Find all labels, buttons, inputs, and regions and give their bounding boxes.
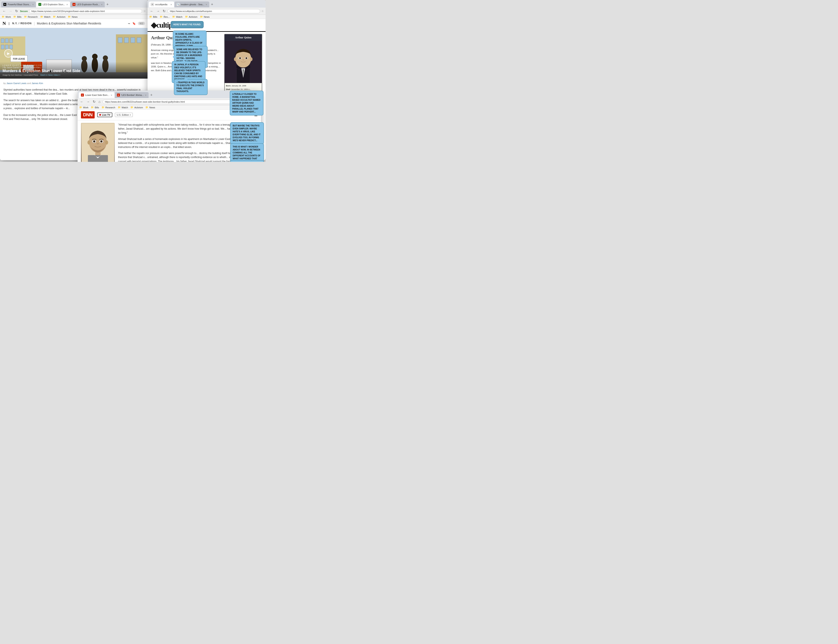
tab-title-dnn-2: 'LES Bomber' Ahma...: [121, 94, 144, 96]
news-byline: by Jason Garret Lewis and James Kim: [3, 82, 144, 85]
back-button-occult[interactable]: ←: [149, 9, 154, 13]
tab-close-1[interactable]: ×: [32, 3, 34, 6]
bookmark-icon[interactable]: 🔖: [132, 22, 136, 25]
folder-icon-activism-occult: 📁: [185, 15, 188, 18]
url-input-occult[interactable]: [168, 9, 260, 13]
home-button-dnn[interactable]: ⌂: [98, 99, 101, 104]
dnn-edition[interactable]: U.S. Edition +: [115, 113, 133, 117]
arthur-infobox: Arthur Quinn: [224, 34, 262, 100]
author1-link[interactable]: Jason Garret Lewis: [7, 82, 26, 84]
folder-icon-watch-occult: 📁: [172, 15, 175, 18]
bookmark-bills-dnn[interactable]: 📁 Bills: [91, 106, 99, 109]
nynews-logo: N: [3, 21, 6, 26]
bookmark-work-dnn[interactable]: 📁 Work: [79, 106, 88, 109]
arthur-born: Born: January 28, 1898: [226, 84, 261, 87]
tab-modern-ghosts[interactable]: 🔍 modern ghosts - Sea... ×: [174, 2, 209, 7]
address-bar-occult: ← → ↻ ☆: [148, 8, 266, 15]
bookmark-star-nynews[interactable]: ☆: [143, 10, 146, 13]
tab-les-bomber-2[interactable]: D 'LES Bomber' Ahma... ×: [115, 92, 149, 98]
comment-count[interactable]: 922: [138, 22, 145, 25]
bookmark-star-occult[interactable]: ☆: [261, 10, 264, 13]
bookmark-news-dnn[interactable]: 📁 News: [145, 106, 155, 109]
bookmark-watch-dnn[interactable]: 📁 Watch: [118, 106, 128, 109]
tab-close-occult-2[interactable]: ×: [205, 3, 207, 6]
tab-title-3: LES Explosion Rock...: [77, 3, 100, 6]
svg-point-37: [234, 58, 237, 61]
tab-bar-nynews: N Powerful Blast Stuns... × ✓ LES Explos…: [0, 0, 148, 8]
bookmark-activism-nynews[interactable]: 📁 Activism: [53, 15, 65, 18]
bookmark-res-occult[interactable]: 📁 Res...: [160, 15, 170, 18]
tab-powerful-blast[interactable]: N Powerful Blast Stuns... ×: [1, 2, 36, 7]
tab-close-dnn-2[interactable]: ×: [145, 94, 146, 97]
folder-icon-research-dnn: 📁: [102, 106, 105, 109]
folder-icon-bills-dnn: 📁: [91, 106, 94, 109]
forward-button-nynews[interactable]: →: [8, 9, 13, 13]
folder-icon-res-occult: 📁: [160, 15, 163, 18]
watch-video-link[interactable]: Watch in News Video>>: [40, 74, 61, 76]
dnn-live-tv[interactable]: Live TV: [97, 113, 112, 117]
new-tab-button-nynews[interactable]: +: [105, 3, 110, 6]
news-image-label: LOWER EAST SIDE EXPLOSION: [3, 64, 145, 66]
forward-button-dnn[interactable]: →: [85, 99, 90, 104]
tab-les-stun[interactable]: ✓ LES Explosion Stun... ×: [36, 2, 70, 7]
svg-rect-3: [5, 39, 8, 43]
svg-rect-27: [137, 38, 141, 43]
tab-close-occult-1[interactable]: ×: [170, 3, 172, 6]
reload-button-dnn[interactable]: ↻: [92, 99, 96, 104]
folder-icon-work-dnn: 📁: [79, 106, 82, 109]
svg-rect-5: [1, 45, 4, 49]
share-icon[interactable]: ➥: [128, 22, 130, 25]
play-button[interactable]: ▶: [4, 49, 13, 58]
news-image-headline: Murders & Explosion Stun Lower East Side: [3, 69, 145, 73]
svg-rect-2: [1, 39, 4, 43]
svg-point-36: [246, 58, 247, 59]
bookmark-bills-occult[interactable]: 📁 Bills: [149, 15, 157, 18]
bookmark-news-occult[interactable]: 📁 News: [200, 15, 210, 18]
bookmark-watch[interactable]: 📁 Watch: [40, 15, 51, 18]
bookmark-activism-occult[interactable]: 📁 Activism: [185, 15, 197, 18]
new-tab-button-occult[interactable]: +: [210, 3, 215, 6]
arthur-portrait: [225, 41, 262, 83]
svg-point-34: [239, 58, 241, 59]
nynews-section-label[interactable]: N.Y. / REGION: [12, 22, 31, 25]
folder-icon-research: 📁: [24, 15, 27, 18]
reload-button-occult[interactable]: ↻: [162, 9, 166, 13]
tab-les-bomber[interactable]: D Lower East Side Bom... ×: [79, 92, 115, 98]
bookmarks-bar-occult: 📁 Bills 📁 Res... 📁 Watch 📁 Activism 📁 Ne…: [148, 15, 266, 19]
tab-title-2: LES Explosion Stun...: [43, 3, 65, 6]
folder-icon-work: 📁: [2, 15, 5, 18]
url-input-nynews[interactable]: [29, 9, 142, 13]
tab-title-occult-1: occultipedia: [155, 3, 169, 6]
svg-point-43: [93, 140, 95, 143]
tab-close-2[interactable]: ×: [66, 3, 68, 6]
back-button-dnn[interactable]: ←: [79, 99, 84, 104]
arthur-title: Arthur Quinn: [225, 34, 262, 41]
author2-link[interactable]: James Kim: [31, 82, 43, 84]
bookmark-bills[interactable]: 📁 Bills: [13, 15, 21, 18]
bookmark-activism-dnn[interactable]: 📁 Activism: [130, 106, 143, 109]
tab-les-rock[interactable]: N LES Explosion Rock... ×: [71, 2, 105, 7]
bookmark-news-nynews[interactable]: 📁 News: [68, 15, 77, 18]
reload-button-nynews[interactable]: ↻: [14, 9, 19, 13]
folder-icon-news-nynews: 📁: [68, 15, 71, 18]
folder-icon-bills-occult: 📁: [149, 15, 152, 18]
back-button-nynews[interactable]: ←: [2, 9, 7, 13]
tab-close-3[interactable]: ×: [101, 3, 103, 6]
bookmark-work[interactable]: 📁 Work: [2, 15, 11, 18]
dnn-logo[interactable]: DNN: [81, 111, 95, 118]
tab-occultipedia[interactable]: O occultipedia ×: [149, 2, 174, 7]
svg-rect-26: [131, 38, 135, 43]
speech-bubble-closer-home: LITERALLY CLOSER TO HOME: A MANHATTAN-BA…: [230, 90, 263, 115]
svg-point-18: [82, 56, 87, 61]
svg-point-22: [103, 56, 108, 61]
svg-point-46: [87, 140, 90, 145]
new-tab-button-dnn[interactable]: +: [149, 93, 154, 97]
bookmarks-bar-nynews: 📁 Work 📁 Bills 📁 Research 📁 Watch 📁 Acti…: [0, 15, 148, 19]
address-bar-nynews: ← → ↻ Secure ☆: [0, 8, 148, 15]
tab-close-dnn-1[interactable]: ×: [111, 94, 112, 97]
bookmark-research-dnn[interactable]: 📁 Research: [102, 106, 115, 109]
forward-button-occult[interactable]: →: [156, 9, 161, 13]
bookmark-watch-occult[interactable]: 📁 Watch: [172, 15, 182, 18]
bookmark-research[interactable]: 📁 Research: [24, 15, 38, 18]
tab-title-occult-2: modern ghosts - Sea...: [181, 3, 204, 6]
